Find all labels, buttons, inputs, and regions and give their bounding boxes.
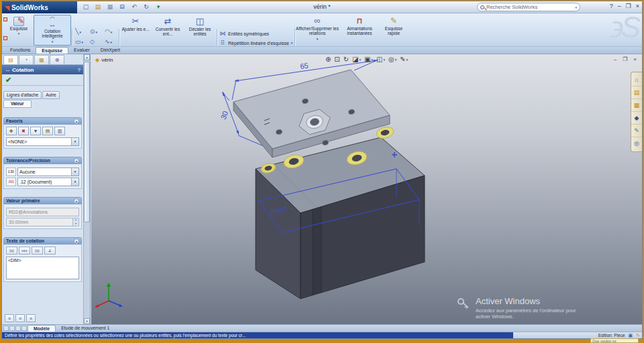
design-library-tab-icon[interactable]: ▤ xyxy=(631,86,642,99)
parentheses-button[interactable]: (x) xyxy=(6,247,17,255)
align-left-button[interactable]: ≡ xyxy=(5,314,14,322)
offset-entities-button[interactable]: ◫ Décaler les entités xyxy=(184,15,215,37)
dimxpert-tab[interactable]: ⊕ xyxy=(50,55,64,64)
panel-scrollbar[interactable]: ▲ ▼ xyxy=(83,54,90,324)
resources-tab-icon[interactable]: ⌂ xyxy=(631,74,642,86)
appearances-tab-icon[interactable]: ✎ xyxy=(631,125,642,137)
rapid-sketch-button[interactable]: ✎ Esquisse rapide xyxy=(379,15,409,36)
appearance-tab[interactable]: ▦ xyxy=(34,55,49,64)
center-text-button[interactable]: +x+ xyxy=(19,247,30,255)
open-icon[interactable]: ▤ xyxy=(93,3,103,11)
polygon-tool-icon[interactable]: ◇ xyxy=(89,38,103,47)
search-dropdown-icon[interactable]: ▾ xyxy=(575,5,577,9)
search-input[interactable]: Recherche SolidWorks xyxy=(486,4,537,10)
circle-tool-icon[interactable]: ⊙▾ xyxy=(89,27,103,38)
tab-esquisse[interactable]: Esquisse xyxy=(36,47,68,54)
configuration-tab[interactable]: ◔ xyxy=(19,55,34,64)
graphics-viewport[interactable]: 65 30 xyxy=(91,54,642,324)
splitter-handle[interactable] xyxy=(21,326,27,331)
ok-check-button[interactable]: ✔ xyxy=(5,76,11,84)
save-favorite-button[interactable]: ▼ xyxy=(30,127,41,135)
view-palette-tab-icon[interactable]: ◆ xyxy=(631,112,642,125)
rectangle-tool-icon[interactable]: ▭▾ xyxy=(74,38,89,47)
dimension-65-label[interactable]: 65 xyxy=(300,61,309,70)
display-style-icon[interactable]: ◫▾ xyxy=(376,56,385,63)
collapse-icon[interactable] xyxy=(74,158,79,163)
panel-help-icon[interactable]: ? xyxy=(78,67,80,73)
delete-favorite-button[interactable]: ✖ xyxy=(18,127,29,135)
search-box[interactable]: Recherche SolidWorks ▾ xyxy=(477,3,580,11)
align-right-button[interactable]: ≡ xyxy=(26,314,36,322)
splitter-handle[interactable] xyxy=(9,326,15,331)
tab-lignes-attache[interactable]: Lignes d'attache xyxy=(3,91,42,99)
convert-entities-button[interactable]: ⇄ Convertir les ent... xyxy=(152,15,183,37)
edit-appearance-icon[interactable]: ✎▾ xyxy=(400,56,408,63)
splitter-handle[interactable] xyxy=(3,326,9,331)
chevron-down-icon[interactable]: ▼ xyxy=(71,168,78,176)
chevron-down-icon[interactable]: ▼ xyxy=(71,138,78,145)
dimension-text-input[interactable]: <DIM> xyxy=(6,257,79,279)
model-canvas[interactable]: 65 30 xyxy=(91,54,642,324)
cylinder-body[interactable] xyxy=(256,137,425,299)
chevron-down-icon[interactable]: ▼ xyxy=(71,178,78,186)
arc-tool-icon[interactable]: ◠▾ xyxy=(103,27,118,38)
maximize-button[interactable]: ❐ xyxy=(626,3,631,9)
offset-text-button[interactable]: (x) xyxy=(32,247,43,255)
tolerance-type-dropdown[interactable]: Aucune ▼ xyxy=(17,167,79,176)
tab-etude-mouvement[interactable]: Etude de mouvement 1 xyxy=(56,325,115,332)
print-icon[interactable]: ⊟ xyxy=(117,3,127,11)
mirror-entities-button[interactable]: ⋈ Entités symétriques xyxy=(219,29,294,38)
favoris-section-header[interactable]: Favoris xyxy=(3,117,82,125)
favoris-dropdown[interactable]: <NONE> ▼ xyxy=(6,137,79,146)
linear-pattern-button[interactable]: ⠿ Répétition linéaire d'esquisse ▾ xyxy=(219,38,294,47)
zoom-fit-icon[interactable]: ⊕ xyxy=(325,56,331,63)
options-dropdown-icon[interactable]: ▾ xyxy=(154,3,163,11)
doc-close-button[interactable]: × xyxy=(633,56,637,62)
dimension-30-label[interactable]: 30 xyxy=(219,110,229,121)
align-center-button[interactable]: ≡ xyxy=(15,314,25,322)
tags-icon[interactable]: ✎ xyxy=(636,333,640,338)
section-view-icon[interactable]: ◪▾ xyxy=(352,56,361,63)
tab-valeur[interactable]: Valeur xyxy=(3,100,32,108)
undo-icon[interactable]: ↶ xyxy=(129,3,139,11)
close-button[interactable]: × xyxy=(636,3,639,9)
tolerance-section-header[interactable]: Tolérance/Précision xyxy=(3,157,82,164)
favorite-options-button[interactable]: ▥ xyxy=(54,127,65,135)
new-document-icon[interactable]: ▢ xyxy=(81,3,91,11)
tab-modele[interactable]: Modèle xyxy=(28,325,56,332)
doc-minimize-button[interactable]: – xyxy=(614,56,616,62)
collapse-icon[interactable] xyxy=(74,119,79,124)
help-button[interactable]: ? xyxy=(610,3,613,9)
primary-value-section-header[interactable]: Valeur primaire xyxy=(3,197,82,204)
view-orientation-icon[interactable]: ▣▾ xyxy=(364,56,373,63)
save-icon[interactable]: ▦ xyxy=(105,3,115,11)
spline-tool-icon[interactable]: ∿▾ xyxy=(103,38,118,47)
minimize-button[interactable]: – xyxy=(618,3,621,9)
rebuild-icon[interactable]: ↻ xyxy=(142,3,151,11)
precision-dropdown[interactable]: .12 (Document) ▼ xyxy=(17,178,79,186)
trim-entities-button[interactable]: ✂ Ajuster les e... xyxy=(120,15,151,31)
load-favorite-button[interactable]: ▤ xyxy=(42,127,53,135)
file-explorer-tab-icon[interactable]: ▦ xyxy=(631,99,642,112)
dimension-text-section-header[interactable]: Texte de cotation xyxy=(3,237,82,245)
custom-properties-icon[interactable]: ▣ xyxy=(629,333,633,338)
zoom-area-icon[interactable]: ⊡ xyxy=(334,56,339,63)
rotate-view-icon[interactable]: ↻ xyxy=(343,56,349,63)
feature-tree-root[interactable]: ◆ vérin xyxy=(95,57,113,63)
tab-fonctions[interactable]: Fonctions xyxy=(5,47,36,54)
quick-snaps-button[interactable]: ⊓ Aimantations instantanées xyxy=(341,15,378,36)
smart-dimension-button[interactable]: Cotation intelligente ▾ xyxy=(34,15,71,46)
hide-show-icon[interactable]: ◎▾ xyxy=(388,56,396,63)
collapse-icon[interactable] xyxy=(74,238,79,244)
add-favorite-button[interactable]: ✚ xyxy=(6,127,17,135)
display-delete-relations-button[interactable]: ∞ Afficher/Supprimer les relations ▾ xyxy=(296,15,339,42)
value-spinner[interactable]: ▲▼ xyxy=(72,218,78,226)
doc-restore-button[interactable]: ❐ xyxy=(623,56,627,62)
scroll-up-icon[interactable]: ▲ xyxy=(84,54,90,60)
tab-dimxpert[interactable]: DimXpert xyxy=(95,47,125,54)
splitter-handle[interactable] xyxy=(15,326,21,331)
tab-evaluer[interactable]: Evaluer xyxy=(68,47,95,54)
scroll-down-icon[interactable]: ▼ xyxy=(84,318,90,324)
property-manager-tab[interactable]: ▤ xyxy=(3,55,18,64)
angle-text-button[interactable]: ∠ xyxy=(44,247,56,255)
